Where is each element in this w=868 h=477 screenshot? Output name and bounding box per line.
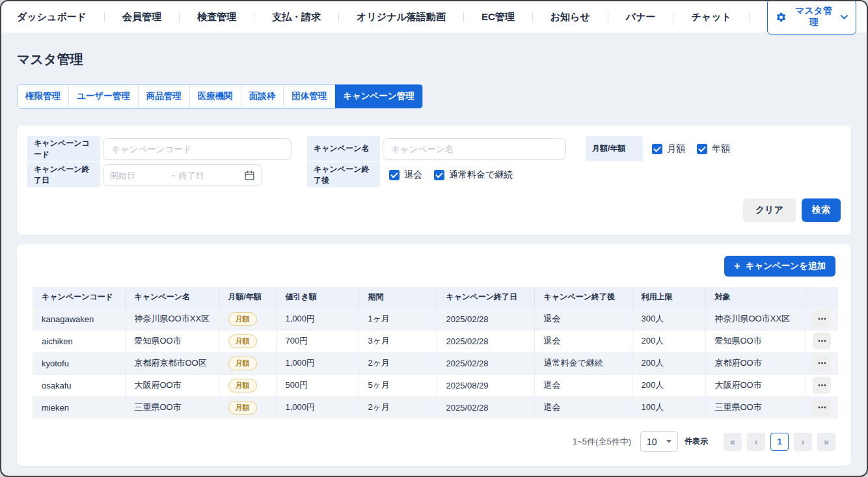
cell-after-end: 退会 — [534, 396, 632, 418]
cell-after-end: 退会 — [534, 374, 632, 396]
tab[interactable]: キャンペーン管理 — [335, 85, 422, 108]
master-management-menu-button[interactable]: マスタ管理 — [767, 0, 856, 34]
tab[interactable]: 医療機関 — [190, 85, 241, 108]
campaign-table-panel: + キャンペーンを追加 キャンペーンコード — [17, 244, 851, 466]
campaign-code-input[interactable] — [103, 138, 292, 160]
cell-target: 京都府OO市 — [705, 352, 806, 374]
date-range-separator: ~ — [171, 170, 176, 180]
nav-item-label: お知らせ — [550, 11, 590, 23]
cell-usage-limit: 200人 — [632, 352, 705, 374]
last-page-button[interactable]: » — [817, 433, 835, 451]
page-title: マスタ管理 — [17, 51, 851, 68]
page-size-value: 10 — [647, 437, 657, 447]
cell-end-date: 2025/08/29 — [437, 374, 534, 396]
ellipsis-icon — [818, 340, 826, 342]
gear-icon — [776, 12, 787, 23]
table-row: osakafu 大阪府OO市 月額 500円 5ヶ月 2025/08/29 退会… — [33, 374, 838, 396]
ellipsis-icon — [818, 384, 826, 387]
calendar-icon[interactable] — [244, 170, 255, 181]
cell-campaign-name: 愛知県OO市 — [125, 330, 219, 352]
end-date-input[interactable] — [179, 170, 230, 180]
nav-item[interactable]: 検査管理 — [197, 11, 272, 23]
cell-after-end: 通常料金で継続 — [534, 352, 632, 374]
cell-target: 大阪府OO市 — [705, 374, 806, 396]
search-actions: クリア 検索 — [27, 198, 841, 222]
nav-divider — [254, 12, 254, 22]
nav-item-label: バナー — [626, 11, 656, 23]
plan-checkbox[interactable]: 月額 — [652, 143, 685, 155]
ellipsis-icon — [818, 406, 826, 409]
clear-button[interactable]: クリア — [743, 198, 796, 222]
row-actions-button[interactable] — [813, 333, 831, 349]
nav-item[interactable]: お知らせ — [550, 11, 626, 23]
after-end-checkbox[interactable]: 退会 — [389, 169, 422, 181]
tab[interactable]: 面談枠 — [241, 85, 284, 108]
nav-item[interactable]: 会員管理 — [122, 11, 197, 23]
tab[interactable]: 商品管理 — [139, 85, 190, 108]
cell-campaign-name: 京都府京都市OO区 — [125, 352, 219, 374]
nav-divider — [749, 12, 750, 22]
table-row: kanagawaken 神奈川県OO市XX区 月額 1,000円 1ヶ月 202… — [33, 308, 838, 330]
cell-end-date: 2025/02/28 — [437, 308, 534, 330]
first-page-button[interactable]: « — [724, 433, 742, 451]
nav-item[interactable]: 支払・請求 — [272, 11, 357, 23]
column-header: 値引き額 — [276, 287, 359, 308]
plan-badge: 月額 — [228, 401, 257, 415]
search-panel: キャンペーンコード キャンペーン名 月額/年額 月額 — [17, 126, 851, 235]
checkbox-checked-icon — [389, 170, 400, 180]
after-end-checkbox[interactable]: 通常料金で継続 — [434, 169, 513, 181]
nav-divider — [179, 12, 180, 22]
nav-item[interactable]: EC管理 — [481, 11, 550, 23]
campaign-table: キャンペーンコード キャンペーン名 月額/年額 値引き額 期間 キャンペーン終了… — [33, 287, 838, 418]
start-date-input[interactable] — [110, 170, 161, 180]
row-actions-button[interactable] — [813, 377, 831, 394]
add-campaign-button[interactable]: + キャンペーンを追加 — [724, 256, 835, 277]
cell-usage-limit: 300人 — [632, 308, 705, 330]
row-actions-button[interactable] — [813, 310, 831, 327]
cell-campaign-name: 神奈川県OO市XX区 — [125, 308, 219, 330]
nav-item-label: 会員管理 — [122, 11, 161, 23]
cell-discount: 500円 — [276, 374, 359, 396]
after-end-checkbox-group: 退会 通常料金で継続 — [380, 162, 841, 188]
campaign-name-input[interactable] — [383, 138, 566, 160]
nav-item[interactable]: バナー — [626, 11, 692, 23]
nav-item[interactable]: オリジナル落語動画 — [357, 11, 481, 23]
tab[interactable]: 権限管理 — [18, 85, 69, 108]
ellipsis-icon — [818, 318, 826, 320]
cell-end-date: 2025/02/28 — [437, 396, 534, 418]
nav-item-label: チャット — [691, 11, 731, 23]
campaign-after-end-label: キャンペーン終了後 — [307, 162, 380, 187]
search-form: キャンペーンコード キャンペーン名 月額/年額 月額 — [27, 136, 841, 188]
date-range-field[interactable]: ~ — [103, 164, 262, 186]
campaign-name-label: キャンペーン名 — [307, 136, 380, 161]
campaign-end-date-label: キャンペーン終了日 — [27, 162, 100, 187]
row-actions-button[interactable] — [813, 355, 831, 372]
nav-divider — [104, 12, 105, 22]
tab[interactable]: 団体管理 — [284, 85, 335, 108]
cell-end-date: 2025/02/28 — [437, 352, 534, 374]
tab[interactable]: ユーザー管理 — [69, 85, 139, 108]
next-page-button[interactable]: › — [794, 433, 812, 451]
page-size-select[interactable]: 10 — [640, 431, 678, 452]
nav-item[interactable]: チャット — [691, 11, 766, 23]
cell-period: 5ヶ月 — [359, 374, 437, 396]
master-button-label: マスタ管理 — [792, 5, 835, 29]
column-header: キャンペーン終了日 — [437, 287, 534, 308]
prev-page-button[interactable]: ‹ — [747, 433, 765, 451]
plan-badge: 月額 — [228, 312, 257, 326]
add-campaign-button-label: キャンペーンを追加 — [746, 260, 826, 272]
ellipsis-icon — [818, 362, 826, 364]
cell-usage-limit: 100人 — [632, 396, 705, 418]
cell-discount: 1,000円 — [276, 396, 359, 418]
nav-item[interactable]: ダッシュボード — [17, 11, 122, 23]
nav-divider — [532, 12, 533, 22]
column-header: 対象 — [705, 287, 806, 308]
row-actions-button[interactable] — [813, 399, 831, 416]
cell-end-date: 2025/02/28 — [437, 330, 534, 352]
search-button[interactable]: 検索 — [802, 198, 841, 222]
plan-checkbox[interactable]: 年額 — [697, 143, 730, 155]
cell-target: 神奈川県OO市XX区 — [705, 308, 806, 330]
page-number-button[interactable]: 1 — [770, 433, 789, 451]
table-body: kanagawaken 神奈川県OO市XX区 月額 1,000円 1ヶ月 202… — [33, 308, 838, 418]
pagination: 1~5件(全5件中) 10 件表示 « ‹ 1 › » — [33, 431, 835, 452]
